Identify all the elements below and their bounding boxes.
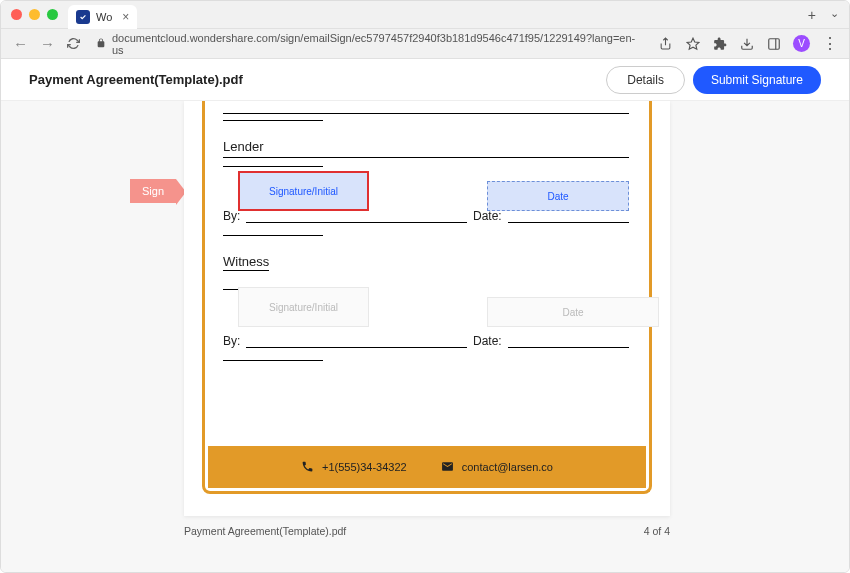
date-line [508, 209, 629, 223]
lender-label: Lender [223, 139, 263, 155]
line [223, 360, 323, 361]
line [223, 113, 629, 114]
by-label: By: [223, 334, 240, 348]
date-field-active[interactable]: Date [487, 181, 629, 211]
by-label: By: [223, 209, 240, 223]
lender-signature-row: By: Date: [223, 209, 629, 223]
email-text: contact@larsen.co [462, 461, 553, 473]
forward-button[interactable]: → [40, 35, 55, 52]
document-border: Lender Signature/Initial Date By: Date: [202, 101, 652, 494]
window-controls [11, 9, 58, 20]
app-header: Payment Agreement(Template).pdf Details … [1, 59, 849, 101]
document-viewport[interactable]: Sign Lender Signature/Initial Date [1, 101, 849, 573]
email-icon [441, 460, 454, 475]
browser-toolbar: ← → documentcloud.wondershare.com/sign/e… [1, 29, 849, 59]
document-page: Lender Signature/Initial Date By: Date: [184, 101, 670, 516]
date-label: Date: [473, 209, 502, 223]
date-field-label: Date [562, 307, 583, 318]
minimize-window-button[interactable] [29, 9, 40, 20]
lock-icon [96, 38, 106, 50]
tab-favicon [76, 10, 90, 24]
panel-icon[interactable] [766, 36, 781, 51]
line [223, 166, 323, 167]
phone-icon [301, 460, 314, 475]
date-label: Date: [473, 334, 502, 348]
date-line [508, 334, 629, 348]
url-text: documentcloud.wondershare.com/sign/email… [112, 32, 642, 56]
sign-tag-label: Sign [142, 185, 164, 197]
browser-tab[interactable]: Wo × [68, 5, 137, 29]
avatar-letter: V [798, 38, 805, 49]
signature-line [246, 209, 467, 223]
signature-field-active[interactable]: Signature/Initial [238, 171, 369, 211]
download-icon[interactable] [739, 36, 754, 51]
address-bar[interactable]: documentcloud.wondershare.com/sign/email… [92, 32, 646, 56]
reload-button[interactable] [67, 37, 80, 50]
menu-icon[interactable]: ⋮ [822, 36, 837, 51]
chevron-down-icon[interactable]: ⌄ [830, 7, 839, 23]
signature-field-inactive: Signature/Initial [238, 287, 369, 327]
document-footer: +1(555)34-34322 contact@larsen.co [208, 446, 646, 488]
signature-field-label: Signature/Initial [269, 302, 338, 313]
status-filename: Payment Agreement(Template).pdf [184, 525, 346, 537]
document-title: Payment Agreement(Template).pdf [29, 72, 243, 87]
new-tab-button[interactable]: + [808, 7, 816, 23]
tab-title: Wo [96, 11, 112, 23]
extensions-icon[interactable] [712, 36, 727, 51]
back-button[interactable]: ← [13, 35, 28, 52]
details-button[interactable]: Details [606, 66, 685, 94]
tab-close-icon[interactable]: × [122, 10, 129, 24]
line [223, 157, 629, 158]
sign-here-tag[interactable]: Sign [130, 179, 176, 203]
maximize-window-button[interactable] [47, 9, 58, 20]
line [223, 120, 323, 121]
status-bar: Payment Agreement(Template).pdf 4 of 4 [184, 525, 670, 537]
document-content: Lender Signature/Initial Date By: Date: [223, 101, 629, 431]
signature-line [246, 334, 467, 348]
close-window-button[interactable] [11, 9, 22, 20]
browser-titlebar: Wo × + ⌄ [1, 1, 849, 29]
page-indicator: 4 of 4 [644, 525, 670, 537]
signature-field-label: Signature/Initial [269, 186, 338, 197]
footer-phone: +1(555)34-34322 [301, 460, 407, 475]
line [223, 235, 323, 236]
phone-text: +1(555)34-34322 [322, 461, 407, 473]
star-icon[interactable] [685, 36, 700, 51]
witness-signature-row: By: Date: [223, 334, 629, 348]
share-icon[interactable] [658, 36, 673, 51]
date-field-label: Date [547, 191, 568, 202]
witness-label: Witness [223, 254, 269, 271]
profile-avatar[interactable]: V [793, 35, 810, 52]
footer-email: contact@larsen.co [441, 460, 553, 475]
submit-signature-button[interactable]: Submit Signature [693, 66, 821, 94]
svg-marker-1 [687, 38, 699, 49]
date-field-inactive: Date [487, 297, 659, 327]
svg-rect-2 [768, 38, 779, 49]
